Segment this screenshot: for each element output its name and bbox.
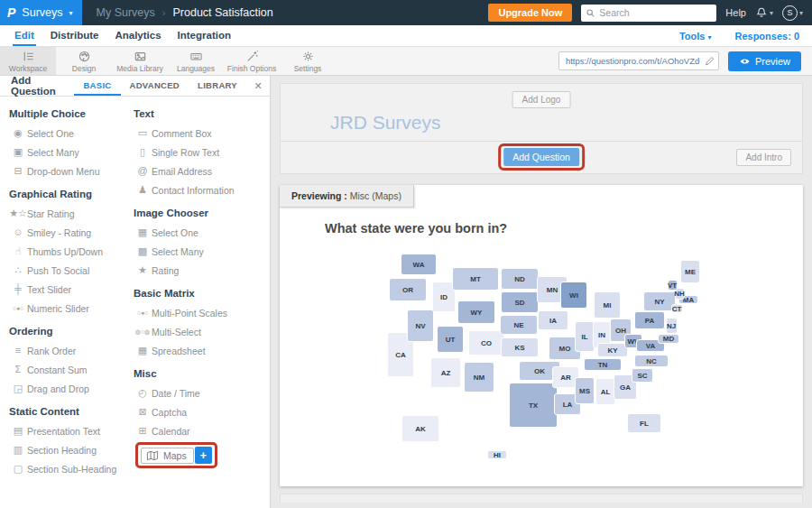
question-type-rating[interactable]: ★Rating [134,261,270,280]
tools-dropdown[interactable]: Tools ▾ [679,31,712,42]
map-state-ut[interactable]: UT [437,326,464,353]
surveys-menu-button[interactable]: P Surveys ▾ [0,0,82,25]
add-maps-question-button[interactable]: + [195,447,212,464]
question-type-thumbs-up-down[interactable]: ☝Thumbs Up/Down [9,242,134,261]
question-type-captcha[interactable]: ⊠Captcha [134,402,270,421]
tool-languages[interactable]: Languages [168,47,224,75]
breadcrumb-my-surveys[interactable]: My Surveys [97,6,155,19]
tool-design[interactable]: Design [56,47,112,75]
map-state-tn[interactable]: TN [584,358,622,371]
question-type-maps[interactable]: Maps+ [134,440,270,468]
question-type-single-row-text[interactable]: ▯Single Row Text [134,143,270,162]
map-state-mi[interactable]: MI [594,291,621,319]
question-type-select-many[interactable]: ▣Select Many [9,143,134,162]
map-state-sc[interactable]: SC [632,368,653,383]
map-state-ks[interactable]: KS [501,337,539,357]
tab-edit[interactable]: Edit [13,25,36,46]
map-state-pa[interactable]: PA [634,311,665,329]
question-type-text-slider[interactable]: ╪Text Slider [9,280,134,299]
map-state-hi[interactable]: HI [487,450,507,459]
question-type-spreadsheet[interactable]: ▦Spreadsheet [134,341,270,360]
map-state-wy[interactable]: WY [457,300,495,324]
add-intro-button[interactable]: Add Intro [736,149,791,166]
map-state-co[interactable]: CO [468,330,504,356]
question-type-select-one[interactable]: ◉Select One [9,124,134,143]
map-state-ak[interactable]: AK [401,415,439,442]
question-type-calendar[interactable]: ⊞Calendar [134,421,270,440]
question-type-email-address[interactable]: @Email Address [134,162,270,180]
map-state-az[interactable]: AZ [430,357,461,388]
upgrade-now-button[interactable]: Upgrade Now [488,4,572,22]
question-type-date-time[interactable]: ◴Date / Time [134,383,270,402]
question-type-push-to-social[interactable]: ∴Push To Social [9,261,134,280]
panel-tab-basic[interactable]: BASIC [74,76,120,96]
map-state-ne[interactable]: NE [500,315,538,335]
panel-tab-advanced[interactable]: ADVANCED [121,76,189,96]
preview-button[interactable]: Preview [728,51,801,71]
tool-finish-options[interactable]: Finish Options [224,47,280,75]
map-state-me[interactable]: ME [680,260,700,283]
question-type-constant-sum[interactable]: ΣConstant Sum [9,360,134,379]
question-type-drag-and-drop[interactable]: ◲Drag and Drop [9,379,134,398]
question-type-select-many[interactable]: ▩Select Many [134,242,270,261]
tool-media-library[interactable]: Media Library [112,47,168,75]
tool-settings[interactable]: Settings [280,47,336,75]
responses-count[interactable]: Responses: 0 [734,31,799,42]
question-type-star-rating[interactable]: ★☆Star Rating [9,204,134,223]
add-logo-button[interactable]: Add Logo [512,91,571,108]
question-type-rank-order[interactable]: ≡Rank Order [9,341,134,360]
add-question-highlight: Add Question [498,143,585,171]
survey-url-field[interactable] [558,51,719,70]
map-state-mt[interactable]: MT [452,267,499,291]
map-state-nm[interactable]: NM [464,362,494,393]
question-type-numeric-slider[interactable]: ○●○Numeric Slider [9,299,134,318]
map-state-nj[interactable]: NJ [666,318,678,334]
map-state-al[interactable]: AL [595,378,615,405]
tab-integration[interactable]: Integration [176,25,233,46]
map-state-il[interactable]: IL [575,321,595,352]
map-state-nd[interactable]: ND [501,268,539,290]
map-state-ky[interactable]: KY [597,343,628,357]
edit-pencil-icon[interactable] [704,55,715,67]
map-state-nv[interactable]: NV [407,309,434,342]
map-state-wa[interactable]: WA [401,254,437,275]
question-type-drop-down-menu[interactable]: ⊟Drop-down Menu [9,162,134,180]
map-state-ct[interactable]: CT [671,304,683,313]
question-type-section-sub-heading[interactable]: ▢Section Sub-Heading [9,459,134,478]
notifications-menu[interactable]: ▾ [755,6,773,19]
question-type-multi-point-scales[interactable]: ○●○Multi-Point Scales [134,303,270,322]
question-type-multi-select[interactable]: ◍○◍Multi-Select [134,322,270,341]
account-menu[interactable]: S ▾ [782,5,803,21]
add-question-button[interactable]: Add Question [503,148,579,166]
close-icon[interactable]: ✕ [246,76,270,96]
question-type-smiley-rating[interactable]: ☺Smiley - Rating [9,223,134,242]
map-state-nc[interactable]: NC [634,355,669,367]
section-title-ordering: Ordering [9,326,134,337]
map-state-or[interactable]: OR [389,278,427,301]
survey-title[interactable]: JRD Surveys [330,112,441,134]
question-type-presentation-text[interactable]: ▤Presentation Text [9,421,134,440]
map-state-sd[interactable]: SD [501,291,539,313]
map-state-md[interactable]: MD [658,334,679,344]
map-state-ia[interactable]: IA [538,310,568,330]
search-input[interactable] [599,7,703,18]
map-state-fl[interactable]: FL [627,413,661,433]
question-type-contact-information[interactable]: ♟Contact Information [134,180,270,199]
tool-workspace[interactable]: Workspace [0,47,56,75]
panel-tab-library[interactable]: LIBRARY [189,76,246,96]
map-state-tx[interactable]: TX [509,383,558,428]
palette-icon [78,50,91,63]
map-state-ms[interactable]: MS [575,377,595,404]
maps-chip[interactable]: Maps [141,448,194,464]
question-type-section-heading[interactable]: ▥Section Heading [9,440,134,459]
map-state-vt[interactable]: VT [668,280,678,291]
map-state-wi[interactable]: WI [560,282,587,309]
question-type-select-one[interactable]: ▦Select One [134,223,270,242]
date-time-icon: ◴ [134,388,152,398]
tab-distribute[interactable]: Distribute [49,25,101,46]
tab-analytics[interactable]: Analytics [113,25,162,46]
survey-url-input[interactable] [558,51,719,70]
question-type-comment-box[interactable]: ▭Comment Box [134,124,270,143]
search-box[interactable] [581,5,716,22]
help-link[interactable]: Help [725,7,746,18]
